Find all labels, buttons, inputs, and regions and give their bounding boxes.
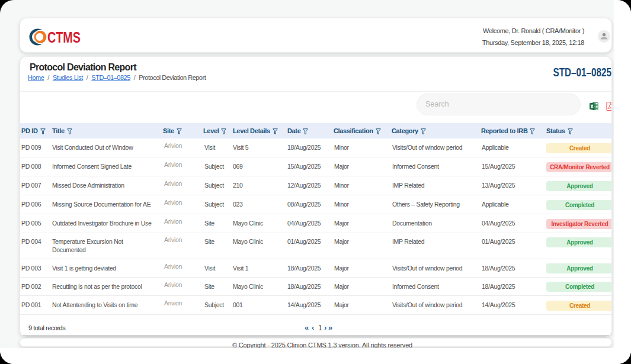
svg-text:CTMS: CTMS xyxy=(47,28,81,46)
